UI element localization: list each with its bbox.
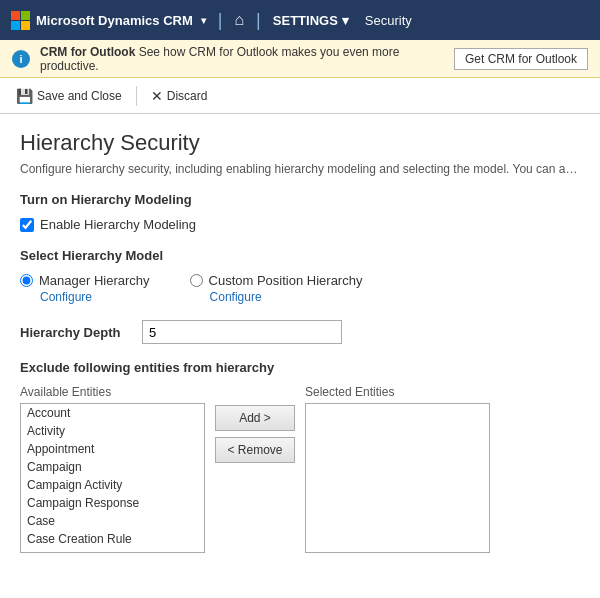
add-button[interactable]: Add > [215, 405, 295, 431]
list-item[interactable]: Campaign Response [21, 494, 204, 512]
turn-on-modeling-section: Turn on Hierarchy Modeling Enable Hierar… [20, 192, 580, 232]
manager-hierarchy-radio[interactable] [20, 274, 33, 287]
list-item[interactable]: Activity [21, 422, 204, 440]
enable-hierarchy-row: Enable Hierarchy Modeling [20, 217, 580, 232]
crm-banner-app-name: CRM for Outlook See how CRM for Outlook … [40, 45, 444, 73]
available-entities-label: Available Entities [20, 385, 205, 399]
manager-hierarchy-label: Manager Hierarchy [39, 273, 150, 288]
remove-button[interactable]: < Remove [215, 437, 295, 463]
depth-label: Hierarchy Depth [20, 325, 130, 340]
list-item[interactable]: Campaign [21, 458, 204, 476]
save-close-icon: 💾 [16, 88, 33, 104]
custom-position-option: Custom Position Hierarchy Configure [190, 273, 363, 304]
svg-rect-1 [21, 11, 30, 20]
exclude-title: Exclude following entities from hierarch… [20, 360, 580, 375]
selected-entities-listbox[interactable] [305, 403, 490, 553]
list-item[interactable]: Appointment [21, 440, 204, 458]
nav-section-title: Security [365, 13, 412, 28]
svg-rect-0 [11, 11, 20, 20]
select-model-section: Select Hierarchy Model Manager Hierarchy… [20, 248, 580, 304]
enable-hierarchy-checkbox[interactable] [20, 218, 34, 232]
list-item[interactable]: Case Creation Rule [21, 530, 204, 548]
list-item[interactable]: Account [21, 404, 204, 422]
manager-hierarchy-configure-link[interactable]: Configure [40, 290, 150, 304]
manager-hierarchy-option: Manager Hierarchy Configure [20, 273, 150, 304]
page-title: Hierarchy Security [20, 130, 580, 156]
svg-rect-3 [21, 21, 30, 30]
crm-info-icon: i [12, 50, 30, 68]
list-item[interactable]: Case Resolution [21, 548, 204, 553]
selected-entities-label: Selected Entities [305, 385, 490, 399]
select-model-title: Select Hierarchy Model [20, 248, 580, 263]
crm-banner: i CRM for Outlook See how CRM for Outloo… [0, 40, 600, 78]
svg-rect-2 [11, 21, 20, 30]
discard-icon: ✕ [151, 88, 163, 104]
list-item[interactable]: Campaign Activity [21, 476, 204, 494]
depth-input[interactable] [142, 320, 342, 344]
turn-on-modeling-title: Turn on Hierarchy Modeling [20, 192, 580, 207]
discard-label: Discard [167, 89, 208, 103]
add-remove-buttons: Add > < Remove [215, 385, 295, 463]
main-content: Hierarchy Security Configure hierarchy s… [0, 114, 600, 598]
nav-settings-chevron: ▾ [342, 13, 349, 28]
nav-settings-label: SETTINGS [273, 13, 338, 28]
nav-settings-menu[interactable]: SETTINGS ▾ [267, 13, 355, 28]
selected-entities-section: Selected Entities [305, 385, 490, 553]
available-entities-section: Available Entities Account Activity Appo… [20, 385, 205, 553]
available-entities-listbox[interactable]: Account Activity Appointment Campaign Ca… [20, 403, 205, 553]
nav-separator-2: | [256, 10, 261, 31]
custom-position-radio[interactable] [190, 274, 203, 287]
discard-button[interactable]: ✕ Discard [143, 84, 216, 108]
home-icon[interactable]: ⌂ [228, 11, 250, 29]
nav-logo-text: Microsoft Dynamics CRM [36, 13, 193, 28]
toolbar-separator [136, 86, 137, 106]
save-close-label: Save and Close [37, 89, 122, 103]
nav-separator-1: | [218, 10, 223, 31]
save-and-close-button[interactable]: 💾 Save and Close [8, 84, 130, 108]
enable-hierarchy-label: Enable Hierarchy Modeling [40, 217, 196, 232]
page-description: Configure hierarchy security, including … [20, 162, 580, 176]
custom-position-label: Custom Position Hierarchy [209, 273, 363, 288]
entities-container: Available Entities Account Activity Appo… [20, 385, 580, 553]
toolbar: 💾 Save and Close ✕ Discard [0, 78, 600, 114]
nav-logo-chevron[interactable]: ▾ [201, 15, 206, 26]
get-crm-outlook-button[interactable]: Get CRM for Outlook [454, 48, 588, 70]
list-item[interactable]: Case [21, 512, 204, 530]
custom-position-configure-link[interactable]: Configure [210, 290, 363, 304]
ms-dynamics-logo-icon [10, 10, 30, 30]
depth-row: Hierarchy Depth [20, 320, 580, 344]
nav-logo[interactable]: Microsoft Dynamics CRM ▾ [10, 10, 206, 30]
top-nav-bar: Microsoft Dynamics CRM ▾ | ⌂ | SETTINGS … [0, 0, 600, 40]
exclude-entities-section: Exclude following entities from hierarch… [20, 360, 580, 553]
radio-options-container: Manager Hierarchy Configure Custom Posit… [20, 273, 580, 304]
